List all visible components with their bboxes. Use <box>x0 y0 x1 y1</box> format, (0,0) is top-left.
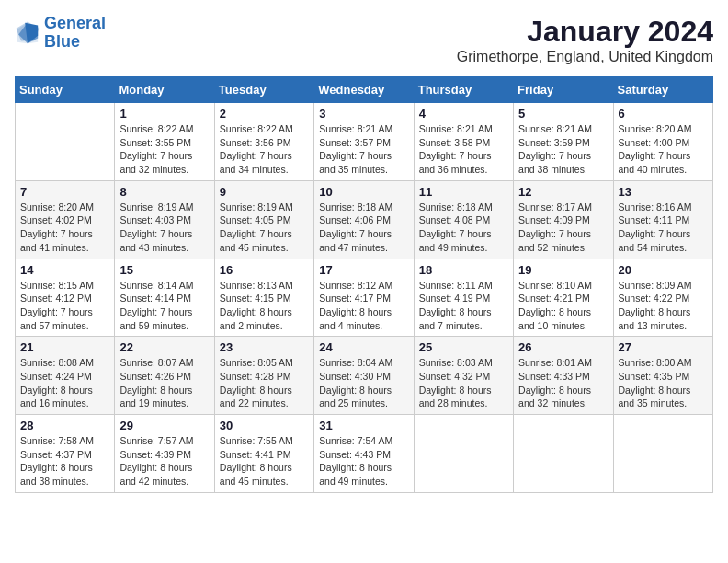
day-info: Sunrise: 8:04 AMSunset: 4:30 PMDaylight:… <box>319 356 408 410</box>
calendar-cell: 7Sunrise: 8:20 AMSunset: 4:02 PMDaylight… <box>16 180 115 259</box>
day-info: Sunrise: 8:08 AMSunset: 4:24 PMDaylight:… <box>20 356 109 410</box>
day-number: 18 <box>419 263 508 277</box>
header: General Blue January 2024 Grimethorpe, E… <box>15 15 713 65</box>
day-number: 31 <box>319 419 408 432</box>
day-number: 16 <box>220 263 309 277</box>
day-number: 9 <box>220 185 309 199</box>
day-number: 19 <box>518 263 608 277</box>
calendar-cell: 26Sunrise: 8:01 AMSunset: 4:33 PMDayligh… <box>514 337 613 415</box>
calendar-cell: 12Sunrise: 8:17 AMSunset: 4:09 PMDayligh… <box>514 180 613 259</box>
calendar-cell: 19Sunrise: 8:10 AMSunset: 4:21 PMDayligh… <box>514 259 613 337</box>
calendar-cell <box>613 415 712 493</box>
day-info: Sunrise: 8:15 AMSunset: 4:12 PMDaylight:… <box>20 279 109 333</box>
calendar-cell <box>414 415 513 493</box>
calendar-cell: 2Sunrise: 8:22 AMSunset: 3:56 PMDaylight… <box>214 103 313 181</box>
day-info: Sunrise: 8:13 AMSunset: 4:15 PMDaylight:… <box>220 279 309 333</box>
logo: General Blue <box>15 15 106 52</box>
calendar-cell: 24Sunrise: 8:04 AMSunset: 4:30 PMDayligh… <box>314 337 414 415</box>
calendar-cell: 14Sunrise: 8:15 AMSunset: 4:12 PMDayligh… <box>16 259 115 337</box>
day-info: Sunrise: 8:03 AMSunset: 4:32 PMDaylight:… <box>419 356 508 410</box>
day-number: 14 <box>20 263 109 277</box>
day-number: 29 <box>119 419 209 432</box>
day-info: Sunrise: 8:18 AMSunset: 4:06 PMDaylight:… <box>319 201 408 255</box>
day-number: 12 <box>518 185 608 199</box>
day-number: 22 <box>119 340 209 354</box>
day-number: 3 <box>319 107 408 121</box>
calendar-cell: 4Sunrise: 8:21 AMSunset: 3:58 PMDaylight… <box>414 103 513 181</box>
header-day-friday: Friday <box>514 77 613 103</box>
header-day-saturday: Saturday <box>613 77 712 103</box>
calendar-cell: 15Sunrise: 8:14 AMSunset: 4:14 PMDayligh… <box>115 259 214 337</box>
calendar-cell: 1Sunrise: 8:22 AMSunset: 3:55 PMDaylight… <box>115 103 214 181</box>
day-number: 25 <box>419 340 508 354</box>
day-info: Sunrise: 7:55 AMSunset: 4:41 PMDaylight:… <box>220 434 309 488</box>
day-info: Sunrise: 8:00 AMSunset: 4:35 PMDaylight:… <box>619 356 708 410</box>
calendar-cell: 30Sunrise: 7:55 AMSunset: 4:41 PMDayligh… <box>214 415 313 493</box>
day-number: 5 <box>518 107 608 121</box>
day-info: Sunrise: 8:09 AMSunset: 4:22 PMDaylight:… <box>619 279 708 333</box>
calendar-cell: 5Sunrise: 8:21 AMSunset: 3:59 PMDaylight… <box>514 103 613 181</box>
day-number: 27 <box>619 340 708 354</box>
calendar-cell: 9Sunrise: 8:19 AMSunset: 4:05 PMDaylight… <box>214 180 313 259</box>
day-info: Sunrise: 8:21 AMSunset: 3:57 PMDaylight:… <box>319 122 408 177</box>
title-section: January 2024 Grimethorpe, England, Unite… <box>457 15 713 65</box>
day-number: 20 <box>619 263 708 277</box>
week-row-4: 21Sunrise: 8:08 AMSunset: 4:24 PMDayligh… <box>16 337 713 415</box>
day-info: Sunrise: 8:12 AMSunset: 4:17 PMDaylight:… <box>319 279 408 333</box>
calendar-table: SundayMondayTuesdayWednesdayThursdayFrid… <box>15 76 713 493</box>
calendar-cell: 10Sunrise: 8:18 AMSunset: 4:06 PMDayligh… <box>314 180 414 259</box>
calendar-cell: 3Sunrise: 8:21 AMSunset: 3:57 PMDaylight… <box>314 103 414 181</box>
day-number: 1 <box>119 107 209 121</box>
day-number: 11 <box>419 185 508 199</box>
calendar-cell: 28Sunrise: 7:58 AMSunset: 4:37 PMDayligh… <box>16 415 115 493</box>
calendar-cell: 13Sunrise: 8:16 AMSunset: 4:11 PMDayligh… <box>613 180 712 259</box>
day-info: Sunrise: 8:22 AMSunset: 3:55 PMDaylight:… <box>119 122 209 177</box>
day-info: Sunrise: 8:10 AMSunset: 4:21 PMDaylight:… <box>518 279 608 333</box>
day-info: Sunrise: 8:11 AMSunset: 4:19 PMDaylight:… <box>419 279 508 333</box>
header-day-monday: Monday <box>115 77 214 103</box>
day-info: Sunrise: 8:19 AMSunset: 4:05 PMDaylight:… <box>220 201 309 255</box>
calendar-cell: 23Sunrise: 8:05 AMSunset: 4:28 PMDayligh… <box>214 337 313 415</box>
day-info: Sunrise: 8:21 AMSunset: 3:59 PMDaylight:… <box>518 122 608 177</box>
day-info: Sunrise: 8:22 AMSunset: 3:56 PMDaylight:… <box>220 122 309 177</box>
calendar-cell: 11Sunrise: 8:18 AMSunset: 4:08 PMDayligh… <box>414 180 513 259</box>
logo-text: General Blue <box>44 15 106 52</box>
calendar-cell <box>16 103 115 181</box>
day-number: 30 <box>220 419 309 432</box>
day-info: Sunrise: 8:18 AMSunset: 4:08 PMDaylight:… <box>419 201 508 255</box>
day-info: Sunrise: 8:14 AMSunset: 4:14 PMDaylight:… <box>119 279 209 333</box>
day-info: Sunrise: 8:20 AMSunset: 4:02 PMDaylight:… <box>20 201 109 255</box>
header-day-sunday: Sunday <box>16 77 115 103</box>
day-info: Sunrise: 8:17 AMSunset: 4:09 PMDaylight:… <box>518 201 608 255</box>
header-day-wednesday: Wednesday <box>314 77 414 103</box>
week-row-3: 14Sunrise: 8:15 AMSunset: 4:12 PMDayligh… <box>16 259 713 337</box>
calendar-cell: 16Sunrise: 8:13 AMSunset: 4:15 PMDayligh… <box>214 259 313 337</box>
calendar-cell: 20Sunrise: 8:09 AMSunset: 4:22 PMDayligh… <box>613 259 712 337</box>
header-day-tuesday: Tuesday <box>214 77 313 103</box>
calendar-cell <box>514 415 613 493</box>
calendar-cell: 17Sunrise: 8:12 AMSunset: 4:17 PMDayligh… <box>314 259 414 337</box>
day-number: 21 <box>20 340 109 354</box>
day-number: 13 <box>619 185 708 199</box>
day-info: Sunrise: 7:58 AMSunset: 4:37 PMDaylight:… <box>20 434 109 488</box>
calendar-cell: 25Sunrise: 8:03 AMSunset: 4:32 PMDayligh… <box>414 337 513 415</box>
week-row-1: 1Sunrise: 8:22 AMSunset: 3:55 PMDaylight… <box>16 103 713 181</box>
day-number: 7 <box>20 185 109 199</box>
day-info: Sunrise: 7:57 AMSunset: 4:39 PMDaylight:… <box>119 434 209 488</box>
day-info: Sunrise: 8:01 AMSunset: 4:33 PMDaylight:… <box>518 356 608 410</box>
logo-icon <box>15 20 40 46</box>
subtitle: Grimethorpe, England, United Kingdom <box>457 49 713 65</box>
header-row: SundayMondayTuesdayWednesdayThursdayFrid… <box>16 77 713 103</box>
day-number: 8 <box>119 185 209 199</box>
day-info: Sunrise: 8:20 AMSunset: 4:00 PMDaylight:… <box>619 122 708 177</box>
day-number: 24 <box>319 340 408 354</box>
day-number: 2 <box>220 107 309 121</box>
day-info: Sunrise: 8:19 AMSunset: 4:03 PMDaylight:… <box>119 201 209 255</box>
day-number: 6 <box>619 107 708 121</box>
day-number: 17 <box>319 263 408 277</box>
day-number: 23 <box>220 340 309 354</box>
day-info: Sunrise: 8:05 AMSunset: 4:28 PMDaylight:… <box>220 356 309 410</box>
calendar-cell: 21Sunrise: 8:08 AMSunset: 4:24 PMDayligh… <box>16 337 115 415</box>
header-day-thursday: Thursday <box>414 77 513 103</box>
day-number: 10 <box>319 185 408 199</box>
